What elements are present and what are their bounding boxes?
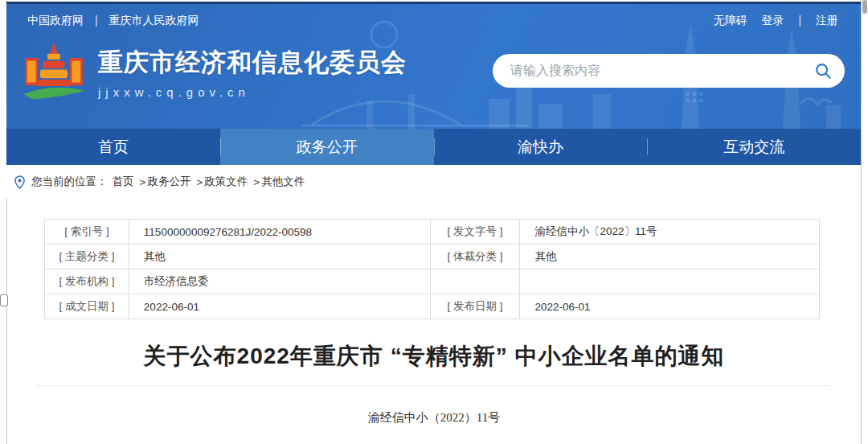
- search-box: [493, 54, 845, 88]
- nav-item-home[interactable]: 首页: [6, 129, 220, 165]
- meta-label-empty: [430, 269, 520, 294]
- search-icon[interactable]: [814, 62, 832, 80]
- meta-value-publish-date: 2022-06-01: [520, 294, 820, 319]
- nav-item-gov-affairs[interactable]: 政务公开: [220, 129, 434, 165]
- main-nav: 首页 政务公开 渝快办 互动交流: [6, 129, 861, 165]
- meta-row: [ 主题分类 ] 其他 [ 体裁分类 ] 其他: [45, 245, 820, 269]
- meta-row: [ 发布机构 ] 市经济信息委: [45, 269, 820, 294]
- site-logo-icon[interactable]: [19, 38, 88, 107]
- breadcrumb: 您当前的位置： 首页 > 政务公开 > 政策文件 > 其他文件: [6, 165, 861, 199]
- link-register[interactable]: 注册: [816, 14, 838, 27]
- site-url: jjxxw.cq.gov.cn: [98, 85, 407, 99]
- meta-label-topic-class: [ 主题分类 ]: [45, 245, 129, 269]
- breadcrumb-separator: >: [140, 176, 146, 188]
- document-number: 渝经信中小（2022）11号: [0, 410, 868, 426]
- meta-label-index-no: [ 索引号 ]: [45, 220, 129, 245]
- account-links: 无障碍 登录 | 注册: [702, 14, 838, 28]
- breadcrumb-home[interactable]: 首页: [113, 175, 134, 189]
- link-chongqing-gov[interactable]: 重庆市人民政府网: [108, 14, 199, 27]
- site-title: 重庆市经济和信息化委员会: [98, 46, 407, 80]
- meta-label-written-date: [ 成文日期 ]: [45, 294, 129, 319]
- meta-value-written-date: 2022-06-01: [129, 294, 430, 319]
- page-right-border: [861, 0, 862, 444]
- gov-links: 中国政府网 | 重庆市人民政府网: [27, 14, 199, 28]
- search-input[interactable]: [510, 64, 814, 78]
- meta-label-publish-date: [ 发布日期 ]: [430, 294, 520, 319]
- link-china-gov[interactable]: 中国政府网: [27, 14, 84, 27]
- location-pin-icon: [14, 175, 25, 189]
- meta-label-doc-symbol: [ 发文字号 ]: [430, 220, 520, 245]
- link-accessibility[interactable]: 无障碍: [714, 14, 747, 27]
- document-meta-table: [ 索引号 ] 11500000009276281J/2022-00598 [ …: [44, 219, 820, 319]
- document-title: 关于公布2022年重庆市 “专精特新” 中小企业名单的通知: [0, 341, 868, 372]
- breadcrumb-gov-affairs[interactable]: 政务公开: [147, 175, 190, 189]
- topbar-separator: |: [95, 14, 98, 27]
- topbar-separator: |: [798, 14, 801, 27]
- breadcrumb-other-files[interactable]: 其他文件: [261, 175, 305, 189]
- meta-value-index-no: 11500000009276281J/2022-00598: [129, 220, 430, 245]
- meta-value-issuing-org: 市经济信息委: [129, 269, 430, 294]
- meta-row: [ 索引号 ] 11500000009276281J/2022-00598 [ …: [45, 220, 820, 245]
- breadcrumb-prefix: 您当前的位置：: [31, 175, 108, 189]
- scrollbar-thumb[interactable]: [862, 0, 867, 14]
- page: 中国政府网 | 重庆市人民政府网 无障碍 登录 | 注册: [0, 0, 868, 444]
- meta-label-genre-class: [ 体裁分类 ]: [430, 245, 520, 269]
- meta-value-topic-class: 其他: [129, 245, 430, 269]
- breadcrumb-separator: >: [196, 176, 203, 188]
- left-edge-handle[interactable]: [0, 294, 8, 306]
- nav-item-yukuaiban[interactable]: 渝快办: [434, 129, 648, 165]
- meta-value-empty: [520, 269, 820, 294]
- nav-item-interaction[interactable]: 互动交流: [647, 129, 861, 165]
- breadcrumb-separator: >: [253, 176, 260, 188]
- site-identity: 重庆市经济和信息化委员会 jjxxw.cq.gov.cn: [98, 46, 407, 99]
- meta-value-doc-symbol: 渝经信中小〔2022〕11号: [520, 220, 820, 245]
- meta-label-issuing-org: [ 发布机构 ]: [45, 269, 129, 294]
- link-login[interactable]: 登录: [762, 14, 784, 27]
- top-utility-bar: 中国政府网 | 重庆市人民政府网 无障碍 登录 | 注册: [27, 14, 838, 28]
- site-brand: 重庆市经济和信息化委员会 jjxxw.cq.gov.cn: [19, 38, 407, 107]
- meta-row: [ 成文日期 ] 2022-06-01 [ 发布日期 ] 2022-06-01: [45, 294, 820, 319]
- breadcrumb-policy-files[interactable]: 政策文件: [204, 175, 248, 189]
- meta-value-genre-class: 其他: [520, 245, 820, 269]
- title-divider: [36, 385, 829, 386]
- site-banner: 中国政府网 | 重庆市人民政府网 无障碍 登录 | 注册: [6, 2, 861, 129]
